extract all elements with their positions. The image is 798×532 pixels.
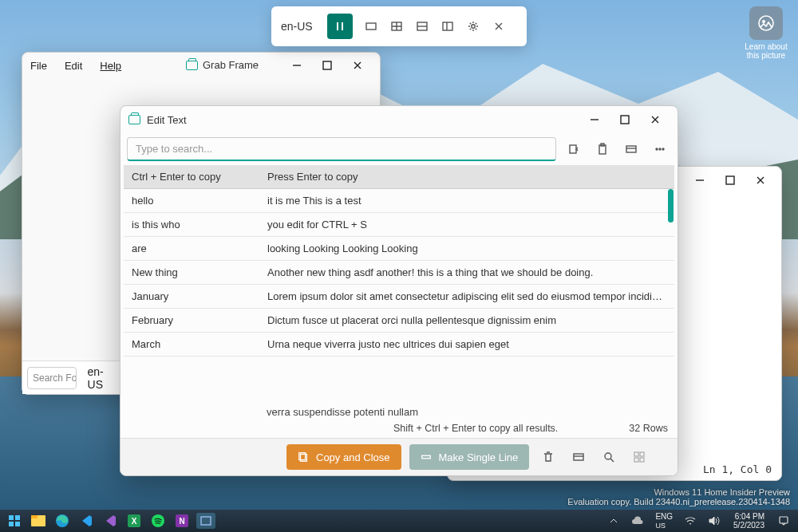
svg-rect-14 (570, 145, 576, 153)
svg-rect-43 (780, 517, 788, 523)
trash-icon[interactable] (537, 446, 559, 468)
app-icon (128, 115, 140, 124)
maximize-button[interactable] (614, 110, 636, 129)
send-icon[interactable] (563, 138, 585, 160)
spotify-icon[interactable] (148, 513, 168, 529)
svg-rect-23 (421, 455, 430, 459)
grid-icon[interactable] (628, 446, 650, 468)
onenote-icon[interactable]: N (172, 513, 192, 529)
menu-help[interactable]: Help (100, 60, 121, 72)
cell-value[interactable]: you edit for CTRL + S (259, 213, 674, 237)
table-row[interactable]: MarchUrna neque viverra justo nec ultric… (124, 333, 674, 357)
layout-col-icon[interactable] (440, 19, 455, 33)
clipboard-icon[interactable] (591, 138, 614, 160)
learn-label-2: this picture (744, 51, 788, 60)
explorer-icon[interactable] (29, 513, 48, 529)
svg-rect-24 (574, 454, 583, 460)
svg-rect-32 (9, 522, 14, 526)
vscode-icon[interactable] (77, 513, 96, 529)
close-button[interactable] (346, 56, 369, 75)
layout-rows-icon[interactable] (415, 19, 429, 33)
app-icon[interactable] (196, 513, 215, 529)
svg-point-4 (471, 25, 474, 28)
window-icon[interactable] (620, 138, 642, 160)
scrollbar-thumb[interactable] (668, 189, 674, 223)
cell-value[interactable]: Another new thing asdf another! this is … (259, 261, 674, 285)
copy-and-close-button[interactable]: Copy and Close (286, 444, 401, 470)
window-title: Edit Text (147, 114, 187, 126)
svg-rect-35 (31, 515, 38, 518)
tray-lang[interactable]: ENGUS (652, 512, 676, 530)
cell-value[interactable]: looking Looking Looking Looking (259, 237, 674, 261)
col-header-1[interactable]: Ctrl + Enter to copy (124, 165, 259, 189)
table-row[interactable]: is this whoyou edit for CTRL + S (124, 213, 674, 237)
layout-grid-icon[interactable] (389, 19, 404, 33)
maximize-button[interactable] (719, 171, 741, 190)
svg-rect-26 (634, 452, 638, 456)
table-row[interactable]: helloit is me This is a test (124, 189, 674, 213)
cursor-position-status: Ln 1, Col 0 (703, 463, 772, 475)
more-icon[interactable] (649, 138, 671, 160)
layout-single-icon[interactable] (364, 19, 378, 33)
layout-icon[interactable] (567, 446, 590, 468)
col-header-2[interactable]: Press Enter to copy (259, 165, 674, 189)
close-button[interactable] (749, 171, 772, 190)
table-row[interactable]: FebruaryDictum fusce ut placerat orci nu… (124, 309, 674, 333)
learn-about-picture-badge[interactable]: Learn about this picture (744, 6, 788, 60)
tray-clock[interactable]: 6:04 PM5/2/2023 (729, 512, 769, 530)
cell-key[interactable]: January (124, 285, 259, 309)
visualstudio-icon[interactable] (101, 513, 120, 529)
cell-key[interactable]: are (124, 237, 259, 261)
onedrive-icon[interactable] (628, 513, 647, 529)
gear-icon[interactable] (466, 19, 480, 33)
search-input[interactable]: Search Fo (27, 367, 77, 389)
table-row[interactable]: JanuaryLorem ipsum dolor sit amet consec… (124, 285, 674, 309)
cell-value[interactable]: Urna neque viverra justo nec ultrices du… (259, 333, 674, 357)
menu-file[interactable]: File (30, 60, 47, 72)
language-chip[interactable]: en-US (281, 20, 313, 33)
svg-rect-13 (621, 116, 629, 124)
menu-edit[interactable]: Edit (65, 60, 82, 72)
svg-rect-28 (634, 458, 638, 462)
notifications-icon[interactable] (774, 513, 793, 529)
edge-icon[interactable] (53, 513, 72, 529)
cell-value[interactable]: Lorem ipsum dolor sit amet consectetur a… (259, 285, 674, 309)
close-icon[interactable] (492, 19, 506, 33)
taskbar: X N ENGUS 6:04 PM5/2/2023 (0, 510, 798, 532)
minimize-button[interactable] (583, 110, 606, 129)
start-button[interactable] (5, 513, 24, 529)
cell-key[interactable]: is this who (124, 213, 259, 237)
maximize-button[interactable] (316, 56, 338, 75)
minimize-button[interactable] (689, 171, 711, 190)
minimize-button[interactable] (286, 56, 308, 75)
language-chip[interactable]: en-US (83, 365, 124, 391)
excel-icon[interactable]: X (124, 513, 144, 529)
copy-all-hint: Shift + Ctrl + Enter to copy all results… (393, 423, 558, 434)
svg-point-20 (662, 148, 664, 150)
svg-rect-31 (15, 515, 20, 520)
cell-key[interactable]: hello (124, 189, 259, 213)
table-row[interactable]: New thingAnother new thing asdf another!… (124, 261, 674, 285)
search-icon[interactable] (598, 446, 620, 468)
image-info-icon (749, 6, 783, 40)
chevron-up-icon[interactable] (604, 513, 623, 529)
close-button[interactable] (644, 110, 666, 129)
window-title: Grab Frame (186, 59, 259, 71)
search-input[interactable]: Type to search... (127, 137, 556, 161)
cell-value[interactable]: it is me This is a test (259, 189, 674, 213)
cell-key[interactable]: March (124, 333, 259, 357)
cell-key[interactable]: February (124, 309, 259, 333)
row-count-status: 32 Rows (629, 423, 668, 434)
svg-rect-3 (443, 22, 452, 30)
svg-text:N: N (179, 517, 184, 526)
table-row[interactable]: arelooking Looking Looking Looking (124, 237, 674, 261)
make-single-line-button[interactable]: Make Single Line (409, 444, 530, 470)
volume-icon[interactable] (705, 513, 724, 529)
svg-point-19 (659, 148, 661, 150)
svg-rect-27 (640, 452, 644, 456)
svg-point-6 (763, 21, 764, 22)
wifi-icon[interactable] (681, 513, 700, 529)
pause-button[interactable] (327, 14, 353, 39)
cell-key[interactable]: New thing (124, 261, 259, 285)
cell-value[interactable]: Dictum fusce ut placerat orci nulla pell… (259, 309, 674, 333)
